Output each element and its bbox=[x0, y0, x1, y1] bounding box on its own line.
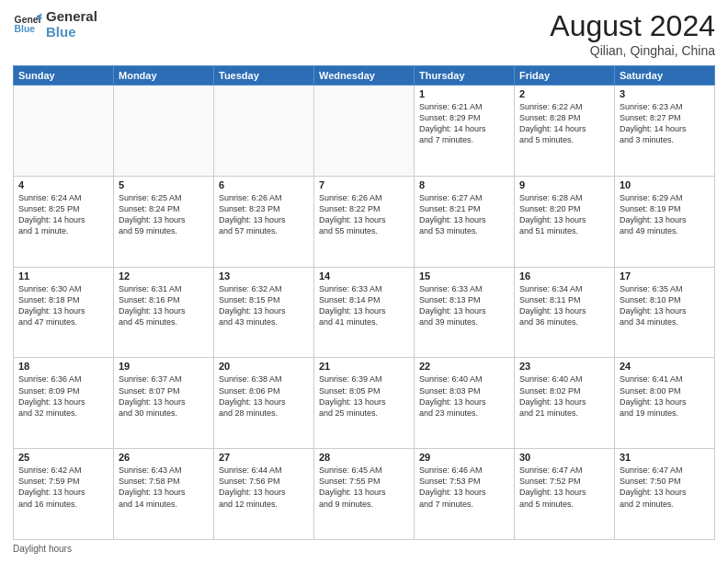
day-number: 18 bbox=[18, 361, 108, 372]
page: General Blue General Blue August 2024 Qi… bbox=[0, 0, 728, 563]
weekday-header: Monday bbox=[114, 66, 214, 86]
day-info: Sunrise: 6:26 AM Sunset: 8:23 PM Dayligh… bbox=[219, 192, 309, 237]
calendar-week-row: 25Sunrise: 6:42 AM Sunset: 7:59 PM Dayli… bbox=[14, 449, 715, 540]
day-info: Sunrise: 6:37 AM Sunset: 8:07 PM Dayligh… bbox=[119, 373, 209, 419]
calendar-cell: 19Sunrise: 6:37 AM Sunset: 8:07 PM Dayli… bbox=[114, 358, 214, 449]
weekday-header: Sunday bbox=[14, 66, 114, 86]
weekday-header: Wednesday bbox=[314, 66, 415, 86]
day-number: 9 bbox=[519, 179, 609, 190]
logo: General Blue General Blue bbox=[13, 9, 97, 40]
calendar-cell: 7Sunrise: 6:26 AM Sunset: 8:22 PM Daylig… bbox=[314, 176, 415, 267]
calendar-cell: 18Sunrise: 6:36 AM Sunset: 8:09 PM Dayli… bbox=[14, 358, 114, 449]
calendar-cell bbox=[114, 86, 214, 177]
footer-note: Daylight hours bbox=[13, 544, 715, 554]
calendar-cell: 20Sunrise: 6:38 AM Sunset: 8:06 PM Dayli… bbox=[214, 358, 314, 449]
calendar-cell: 15Sunrise: 6:33 AM Sunset: 8:13 PM Dayli… bbox=[415, 267, 515, 358]
calendar-cell: 28Sunrise: 6:45 AM Sunset: 7:55 PM Dayli… bbox=[314, 449, 415, 540]
day-number: 20 bbox=[219, 361, 309, 372]
calendar-cell: 10Sunrise: 6:29 AM Sunset: 8:19 PM Dayli… bbox=[615, 176, 715, 267]
day-info: Sunrise: 6:23 AM Sunset: 8:27 PM Dayligh… bbox=[620, 101, 710, 146]
day-number: 31 bbox=[620, 452, 710, 463]
day-number: 10 bbox=[620, 179, 710, 190]
calendar-cell: 1Sunrise: 6:21 AM Sunset: 8:29 PM Daylig… bbox=[415, 86, 515, 177]
day-info: Sunrise: 6:35 AM Sunset: 8:10 PM Dayligh… bbox=[620, 283, 710, 328]
day-info: Sunrise: 6:45 AM Sunset: 7:55 PM Dayligh… bbox=[319, 465, 409, 510]
day-info: Sunrise: 6:34 AM Sunset: 8:11 PM Dayligh… bbox=[519, 283, 609, 328]
logo-icon: General Blue bbox=[13, 10, 42, 40]
calendar-week-row: 4Sunrise: 6:24 AM Sunset: 8:25 PM Daylig… bbox=[14, 176, 715, 267]
day-info: Sunrise: 6:36 AM Sunset: 8:09 PM Dayligh… bbox=[18, 373, 108, 419]
day-info: Sunrise: 6:40 AM Sunset: 8:02 PM Dayligh… bbox=[519, 373, 609, 419]
calendar-cell: 14Sunrise: 6:33 AM Sunset: 8:14 PM Dayli… bbox=[314, 267, 415, 358]
weekday-header: Thursday bbox=[415, 66, 515, 86]
day-info: Sunrise: 6:32 AM Sunset: 8:15 PM Dayligh… bbox=[219, 283, 309, 328]
weekday-header: Friday bbox=[515, 66, 615, 86]
day-number: 6 bbox=[219, 179, 309, 190]
day-info: Sunrise: 6:28 AM Sunset: 8:20 PM Dayligh… bbox=[519, 192, 609, 237]
calendar-cell: 24Sunrise: 6:41 AM Sunset: 8:00 PM Dayli… bbox=[615, 358, 715, 449]
calendar-week-row: 18Sunrise: 6:36 AM Sunset: 8:09 PM Dayli… bbox=[14, 358, 715, 449]
calendar-cell: 25Sunrise: 6:42 AM Sunset: 7:59 PM Dayli… bbox=[14, 449, 114, 540]
day-info: Sunrise: 6:39 AM Sunset: 8:05 PM Dayligh… bbox=[319, 373, 409, 419]
day-number: 8 bbox=[419, 179, 509, 190]
day-number: 14 bbox=[319, 270, 409, 282]
calendar-cell: 29Sunrise: 6:46 AM Sunset: 7:53 PM Dayli… bbox=[415, 449, 515, 540]
day-number: 24 bbox=[620, 361, 710, 372]
weekday-header-row: SundayMondayTuesdayWednesdayThursdayFrid… bbox=[14, 66, 715, 86]
day-number: 26 bbox=[119, 452, 209, 463]
day-info: Sunrise: 6:43 AM Sunset: 7:58 PM Dayligh… bbox=[119, 465, 209, 510]
calendar-cell: 6Sunrise: 6:26 AM Sunset: 8:23 PM Daylig… bbox=[214, 176, 314, 267]
day-info: Sunrise: 6:40 AM Sunset: 8:03 PM Dayligh… bbox=[419, 373, 509, 419]
day-info: Sunrise: 6:33 AM Sunset: 8:13 PM Dayligh… bbox=[419, 283, 509, 328]
day-number: 17 bbox=[620, 270, 710, 282]
day-number: 19 bbox=[119, 361, 209, 372]
weekday-header: Tuesday bbox=[214, 66, 314, 86]
svg-text:Blue: Blue bbox=[15, 24, 36, 34]
day-info: Sunrise: 6:33 AM Sunset: 8:14 PM Dayligh… bbox=[319, 283, 409, 328]
calendar-cell bbox=[14, 86, 114, 177]
calendar-cell: 21Sunrise: 6:39 AM Sunset: 8:05 PM Dayli… bbox=[314, 358, 415, 449]
calendar-cell: 4Sunrise: 6:24 AM Sunset: 8:25 PM Daylig… bbox=[14, 176, 114, 267]
day-info: Sunrise: 6:26 AM Sunset: 8:22 PM Dayligh… bbox=[319, 192, 409, 237]
logo-line2: Blue bbox=[46, 25, 97, 40]
title-block: August 2024 Qilian, Qinghai, China bbox=[550, 9, 715, 58]
calendar-cell: 31Sunrise: 6:47 AM Sunset: 7:50 PM Dayli… bbox=[615, 449, 715, 540]
calendar-week-row: 11Sunrise: 6:30 AM Sunset: 8:18 PM Dayli… bbox=[14, 267, 715, 358]
day-info: Sunrise: 6:44 AM Sunset: 7:56 PM Dayligh… bbox=[219, 465, 309, 510]
day-number: 4 bbox=[18, 179, 108, 190]
day-info: Sunrise: 6:21 AM Sunset: 8:29 PM Dayligh… bbox=[419, 101, 509, 146]
day-number: 30 bbox=[519, 452, 609, 463]
day-info: Sunrise: 6:41 AM Sunset: 8:00 PM Dayligh… bbox=[620, 373, 710, 419]
day-number: 2 bbox=[519, 88, 609, 99]
calendar-cell: 2Sunrise: 6:22 AM Sunset: 8:28 PM Daylig… bbox=[515, 86, 615, 177]
day-info: Sunrise: 6:42 AM Sunset: 7:59 PM Dayligh… bbox=[18, 465, 108, 510]
day-info: Sunrise: 6:22 AM Sunset: 8:28 PM Dayligh… bbox=[519, 101, 609, 146]
day-info: Sunrise: 6:46 AM Sunset: 7:53 PM Dayligh… bbox=[419, 465, 509, 510]
day-info: Sunrise: 6:27 AM Sunset: 8:21 PM Dayligh… bbox=[419, 192, 509, 237]
day-info: Sunrise: 6:30 AM Sunset: 8:18 PM Dayligh… bbox=[18, 283, 108, 328]
day-number: 27 bbox=[219, 452, 309, 463]
calendar-cell: 16Sunrise: 6:34 AM Sunset: 8:11 PM Dayli… bbox=[515, 267, 615, 358]
day-number: 22 bbox=[419, 361, 509, 372]
month-year: August 2024 bbox=[550, 9, 715, 43]
day-number: 16 bbox=[519, 270, 609, 282]
weekday-header: Saturday bbox=[615, 66, 715, 86]
calendar-table: SundayMondayTuesdayWednesdayThursdayFrid… bbox=[13, 65, 715, 540]
calendar-cell bbox=[314, 86, 415, 177]
calendar-cell: 22Sunrise: 6:40 AM Sunset: 8:03 PM Dayli… bbox=[415, 358, 515, 449]
calendar-cell: 26Sunrise: 6:43 AM Sunset: 7:58 PM Dayli… bbox=[114, 449, 214, 540]
calendar-cell bbox=[214, 86, 314, 177]
day-number: 12 bbox=[119, 270, 209, 282]
calendar-cell: 30Sunrise: 6:47 AM Sunset: 7:52 PM Dayli… bbox=[515, 449, 615, 540]
day-number: 3 bbox=[620, 88, 710, 99]
day-info: Sunrise: 6:31 AM Sunset: 8:16 PM Dayligh… bbox=[119, 283, 209, 328]
calendar-cell: 17Sunrise: 6:35 AM Sunset: 8:10 PM Dayli… bbox=[615, 267, 715, 358]
day-number: 11 bbox=[18, 270, 108, 282]
day-number: 21 bbox=[319, 361, 409, 372]
day-number: 29 bbox=[419, 452, 509, 463]
day-info: Sunrise: 6:29 AM Sunset: 8:19 PM Dayligh… bbox=[620, 192, 710, 237]
calendar-cell: 5Sunrise: 6:25 AM Sunset: 8:24 PM Daylig… bbox=[114, 176, 214, 267]
calendar-cell: 11Sunrise: 6:30 AM Sunset: 8:18 PM Dayli… bbox=[14, 267, 114, 358]
header: General Blue General Blue August 2024 Qi… bbox=[13, 9, 715, 58]
day-number: 7 bbox=[319, 179, 409, 190]
